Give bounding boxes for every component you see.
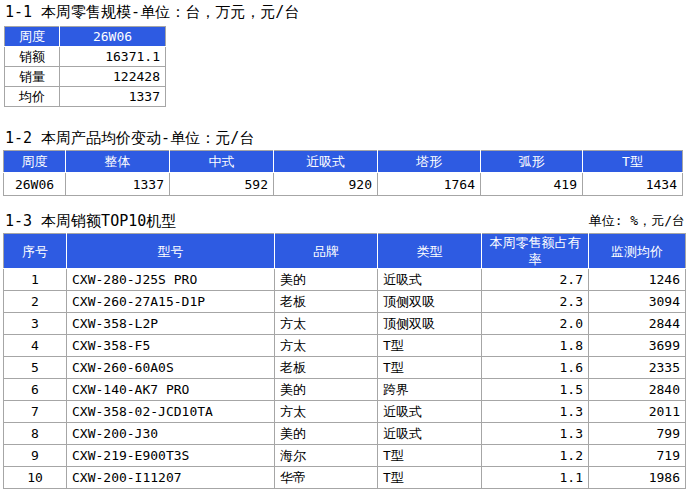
unit-label: 单位: %，元/台	[589, 212, 685, 230]
table-cell: 2840	[589, 379, 686, 401]
table-cell: CXW-358-F5	[67, 335, 275, 357]
column-header-week-value: 26W06	[60, 27, 166, 47]
table-cell: 2.3	[482, 291, 589, 313]
table-cell: CXW-260-27A15-D1P	[67, 291, 275, 313]
table-cell: 920	[274, 173, 378, 196]
table-cell: 2335	[589, 357, 686, 379]
table-cell: T型	[378, 445, 482, 467]
table-row: 3CXW-358-L2P方太顶侧双吸2.02844	[4, 313, 686, 335]
table-cell: CXW-140-AK7 PRO	[67, 379, 275, 401]
table-cell: 顶侧双吸	[378, 291, 482, 313]
avg-price-table: 周度 整体 中式 近吸式 塔形 弧形 T型 26W061337592920176…	[3, 150, 683, 196]
table-cell: 9	[4, 445, 67, 467]
table-cell: T型	[378, 467, 482, 489]
column-header-type: 类型	[378, 234, 482, 269]
table-cell: 2.0	[482, 313, 589, 335]
column-header-overall: 整体	[66, 151, 170, 173]
table-cell: 799	[589, 423, 686, 445]
table-cell: CXW-200-I11207	[67, 467, 275, 489]
table-cell: 1.5	[482, 379, 589, 401]
table-cell: 719	[589, 445, 686, 467]
column-header-monitored-avg-price: 监测均价	[589, 234, 686, 269]
table-cell: 近吸式	[378, 269, 482, 291]
column-header-tower: 塔形	[378, 151, 481, 173]
table-cell: 华帝	[275, 467, 378, 489]
table-cell: 1434	[583, 173, 683, 196]
table-cell: 顶侧双吸	[378, 313, 482, 335]
section-title-avg-price: 1-2 本周产品均价变动-单位：元/台	[5, 129, 687, 147]
table-cell: 1	[4, 269, 67, 291]
top10-title-row: 1-3 本周销额TOP10机型 单位: %，元/台	[5, 212, 685, 230]
table-cell: 方太	[275, 313, 378, 335]
table-cell: 均价	[5, 87, 60, 107]
table-cell: T型	[378, 335, 482, 357]
table-row: 1CXW-280-J25S PRO美的近吸式2.71246	[4, 269, 686, 291]
table-cell: 美的	[275, 269, 378, 291]
column-header-chinese-style: 中式	[170, 151, 274, 173]
table-cell: 美的	[275, 423, 378, 445]
table-cell: 2844	[589, 313, 686, 335]
table-cell: CXW-260-60A0S	[67, 357, 275, 379]
table-cell: 1246	[589, 269, 686, 291]
table-cell: 1337	[60, 87, 166, 107]
table-row: 2CXW-260-27A15-D1P老板顶侧双吸2.33094	[4, 291, 686, 313]
table-cell: 1.3	[482, 423, 589, 445]
section-title-retail-scale: 1-1 本周零售规模-单位：台，万元，元/台	[5, 0, 687, 21]
column-header-retail-share: 本周零售额占有率	[482, 234, 589, 269]
table-cell: 2	[4, 291, 67, 313]
table-cell: CXW-358-L2P	[67, 313, 275, 335]
table-cell: CXW-280-J25S PRO	[67, 269, 275, 291]
table-cell: 跨界	[378, 379, 482, 401]
table-cell: 3094	[589, 291, 686, 313]
column-header-near-suction: 近吸式	[274, 151, 378, 173]
table-cell: CXW-219-E900T3S	[67, 445, 275, 467]
table-cell: 10	[4, 467, 67, 489]
table-row: 4CXW-358-F5方太T型1.83699	[4, 335, 686, 357]
top10-models-table: 序号 型号 品牌 类型 本周零售额占有率 监测均价 1CXW-280-J25S …	[3, 233, 686, 489]
table-row: 9CXW-219-E900T3S海尔T型1.2719	[4, 445, 686, 467]
table-row: 7CXW-358-02-JCD10TA方太近吸式1.32011	[4, 401, 686, 423]
table-cell: 1.2	[482, 445, 589, 467]
table-cell: 7	[4, 401, 67, 423]
table-header-row: 序号 型号 品牌 类型 本周零售额占有率 监测均价	[4, 234, 686, 269]
column-header-rank: 序号	[4, 234, 67, 269]
column-header-week: 周度	[5, 27, 60, 47]
table-row: 8CXW-200-J30美的近吸式1.3799	[4, 423, 686, 445]
table-cell: 6	[4, 379, 67, 401]
table-cell: 近吸式	[378, 423, 482, 445]
table-header-row: 周度 整体 中式 近吸式 塔形 弧形 T型	[4, 151, 683, 173]
table-cell: CXW-200-J30	[67, 423, 275, 445]
column-header-week: 周度	[4, 151, 66, 173]
column-header-model: 型号	[67, 234, 275, 269]
table-cell: 方太	[275, 401, 378, 423]
table-cell: 3699	[589, 335, 686, 357]
table-cell: 方太	[275, 335, 378, 357]
table-cell: 2011	[589, 401, 686, 423]
table-cell: 销额	[5, 47, 60, 67]
table-cell: 1.6	[482, 357, 589, 379]
table-cell: 1.1	[482, 467, 589, 489]
table-row: 6CXW-140-AK7 PRO美的跨界1.52840	[4, 379, 686, 401]
table-cell: 16371.1	[60, 47, 166, 67]
table-cell: 1.3	[482, 401, 589, 423]
table-row: 26W06133759292017644191434	[4, 173, 683, 196]
table-cell: 122428	[60, 67, 166, 87]
table-cell: 4	[4, 335, 67, 357]
column-header-brand: 品牌	[275, 234, 378, 269]
table-cell: 5	[4, 357, 67, 379]
column-header-arc: 弧形	[481, 151, 583, 173]
table-cell: 592	[170, 173, 274, 196]
table-cell: 1986	[589, 467, 686, 489]
table-row: 5CXW-260-60A0S老板T型1.62335	[4, 357, 686, 379]
table-row: 10CXW-200-I11207华帝T型1.11986	[4, 467, 686, 489]
table-cell: 1764	[378, 173, 481, 196]
table-cell: 3	[4, 313, 67, 335]
table-row: 销量122428	[5, 67, 166, 87]
table-cell: CXW-358-02-JCD10TA	[67, 401, 275, 423]
table-cell: 海尔	[275, 445, 378, 467]
table-cell: 1337	[66, 173, 170, 196]
column-header-t-type: T型	[583, 151, 683, 173]
table-cell: 1.8	[482, 335, 589, 357]
section-title-top10: 1-3 本周销额TOP10机型	[5, 212, 176, 230]
table-cell: 近吸式	[378, 401, 482, 423]
